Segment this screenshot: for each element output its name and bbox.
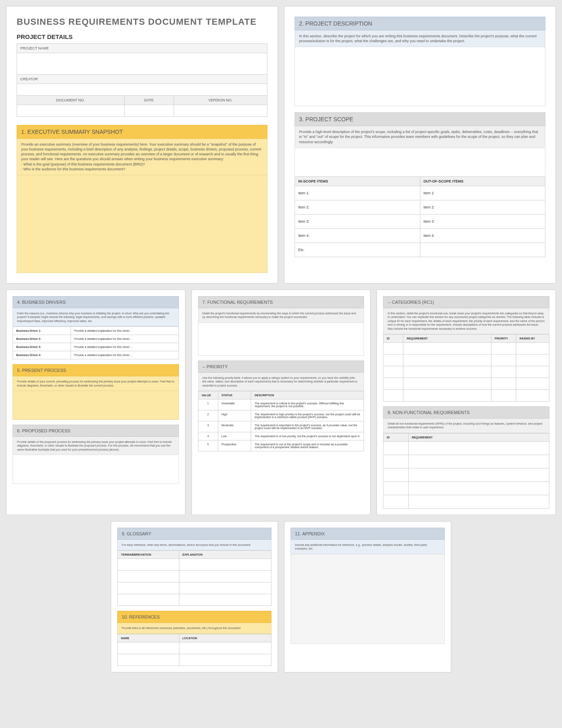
- input-version[interactable]: [174, 105, 267, 117]
- page-5: -- CATEGORIES (RC1) In this section, det…: [377, 290, 556, 515]
- col-version: VERSION NO.: [174, 96, 267, 105]
- page-7: 11. APPENDIX Include any additional info…: [284, 521, 451, 672]
- doc-meta-table: DOCUMENT NO.DATEVERSION NO.: [17, 95, 267, 117]
- pr-v-3: 3: [198, 421, 218, 432]
- pr-v-5: 5: [198, 440, 218, 451]
- scope-in-etc[interactable]: Etc.: [295, 243, 420, 257]
- section-7-input[interactable]: [198, 323, 364, 356]
- input-date[interactable]: [124, 105, 174, 117]
- gl-col-exp: EXPLANATION: [179, 551, 271, 559]
- section-3-body: Provide a high-level description of the …: [295, 126, 545, 148]
- cat-col-pri: PRIORITY: [491, 335, 516, 343]
- section-6-header: 6. PROPOSED PROCESS: [13, 425, 179, 437]
- section-5-header: 5. PRESENT PROCESS: [13, 364, 179, 376]
- doc-title: BUSINESS REQUIREMENTS DOCUMENT TEMPLATE: [17, 17, 267, 27]
- pr-s-5: Prospective: [218, 440, 251, 451]
- driver-1-exp[interactable]: Provide a detailed explanation for this …: [71, 327, 179, 335]
- cat-col-req: REQUIREMENT: [403, 335, 491, 343]
- section-10-header: 10. REFERENCES: [117, 611, 271, 623]
- col-desc: DESCRIPTION: [251, 391, 364, 399]
- glossary-table: TERM/ABBREVIATIONEXPLANATION: [117, 550, 271, 606]
- scope-out-1[interactable]: Item 1:: [420, 186, 545, 200]
- cat-cell[interactable]: [383, 343, 403, 354]
- col-in-scope: IN-SCOPE ITEMS: [295, 176, 420, 186]
- section-11-input[interactable]: [291, 554, 445, 644]
- ref-col-loc: LOCATION: [179, 634, 271, 642]
- nfr-table: IDREQUIREMENT: [383, 433, 549, 509]
- scope-in-2[interactable]: Item 2:: [295, 200, 420, 214]
- section-5-input[interactable]: [13, 391, 179, 420]
- pr-d-4: The requirement is of low priority, but …: [251, 432, 364, 440]
- page-4: 7. FUNCTIONAL REQUIREMENTS Detail the pr…: [192, 290, 371, 515]
- section-1-body: Provide an executive summary (overview o…: [17, 139, 267, 175]
- scope-in-1[interactable]: Item 1:: [295, 186, 420, 200]
- section-2-body: In this section, describe the project fo…: [295, 30, 545, 47]
- input-docno[interactable]: [17, 105, 125, 117]
- page-2: 2. PROJECT DESCRIPTION In this section, …: [284, 6, 556, 283]
- priority-body: Use the following priority table. It all…: [198, 373, 364, 391]
- scope-table: IN-SCOPE ITEMSOUT-OF-SCOPE ITEMS Item 1:…: [295, 176, 545, 257]
- col-date: DATE: [124, 96, 174, 105]
- pr-s-1: Immediate: [218, 399, 251, 410]
- driver-4-label: Business Driver 4:: [13, 351, 71, 359]
- gl-col-term: TERM/ABBREVIATION: [118, 551, 179, 559]
- section-5-body: Provide details of your current, prevail…: [13, 376, 179, 391]
- col-docno: DOCUMENT NO.: [17, 96, 125, 105]
- page-1: BUSINESS REQUIREMENTS DOCUMENT TEMPLATE …: [6, 6, 278, 283]
- label-creator: CREATOR: [17, 75, 267, 84]
- categories-table: IDREQUIREMENTPRIORITYRAISED BY: [383, 334, 549, 402]
- scope-out-2[interactable]: Item 2:: [420, 200, 545, 214]
- driver-3-exp[interactable]: Provide a detailed explanation for this …: [71, 343, 179, 351]
- categories-header: -- CATEGORIES (RC1): [383, 296, 549, 308]
- project-details-table: PROJECT NAME CREATOR: [17, 43, 267, 96]
- page-6: 9. GLOSSARY For easy reference, enter an…: [111, 521, 278, 672]
- pr-d-3: The requirement is important to the proj…: [251, 421, 364, 432]
- pr-v-2: 2: [198, 410, 218, 421]
- section-11-header: 11. APPENDIX: [291, 528, 445, 540]
- section-9-body: For easy reference, enter any terms, abb…: [117, 540, 271, 550]
- pr-s-3: Moderate: [218, 421, 251, 432]
- scope-out-3[interactable]: Item 3:: [420, 214, 545, 228]
- section-6-body: Provide details of the proposed process …: [13, 437, 179, 455]
- driver-2-exp[interactable]: Provide a detailed explanation for this …: [71, 335, 179, 343]
- section-7-body: Detail the project's functional requirem…: [198, 308, 364, 323]
- driver-1-label: Business Driver 1:: [13, 327, 71, 335]
- page-3: 4. BUSINESS DRIVERS Enter the reasons (i…: [6, 290, 185, 515]
- section-7-header: 7. FUNCTIONAL REQUIREMENTS: [198, 296, 364, 308]
- section-8-header: 8. NON-FUNCTIONAL REQUIREMENTS: [383, 406, 549, 419]
- col-status: STATUS: [218, 391, 251, 399]
- scope-out-4[interactable]: Item 4:: [420, 228, 545, 243]
- pr-d-5: The requirement is out of the project's …: [251, 440, 364, 451]
- scope-in-4[interactable]: Item 4:: [295, 228, 420, 243]
- section-6-input[interactable]: [13, 455, 179, 484]
- section-9-header: 9. GLOSSARY: [117, 528, 271, 540]
- pr-s-2: High: [218, 410, 251, 421]
- references-table: NAMELOCATION: [117, 634, 271, 666]
- cat-col-by: RAISED BY: [516, 335, 549, 343]
- input-creator[interactable]: [17, 84, 267, 96]
- categories-body: In this section, detail the project's fu…: [383, 308, 549, 334]
- section-8-body: Detail all non-functional requirements (…: [383, 419, 549, 433]
- driver-2-label: Business Driver 2:: [13, 335, 71, 343]
- section-2-input[interactable]: [295, 47, 545, 106]
- ref-col-name: NAME: [118, 634, 179, 642]
- scope-out-etc[interactable]: [420, 243, 545, 257]
- pr-d-2: The requirement is high priority re the …: [251, 410, 364, 421]
- pr-v-1: 1: [198, 399, 218, 410]
- label-project-name: PROJECT NAME: [17, 44, 267, 53]
- driver-4-exp[interactable]: Provide a detailed explanation for this …: [71, 351, 179, 359]
- section-2-header: 2. PROJECT DESCRIPTION: [295, 17, 545, 30]
- priority-header: -- PRIORITY: [198, 361, 364, 373]
- section-3-input[interactable]: [295, 148, 545, 177]
- section-4-header: 4. BUSINESS DRIVERS: [13, 296, 179, 308]
- section-1-input[interactable]: [17, 175, 267, 273]
- nfr-col-req: REQUIREMENT: [408, 433, 549, 441]
- nfr-col-id: ID: [383, 433, 408, 441]
- cat-col-id: ID: [383, 335, 403, 343]
- scope-in-3[interactable]: Item 3:: [295, 214, 420, 228]
- section-10-body: Provide links to all referenced resource…: [117, 623, 271, 634]
- input-project-name[interactable]: [17, 53, 267, 75]
- pr-v-4: 4: [198, 432, 218, 440]
- pr-d-1: The requirement is critical to the proje…: [251, 399, 364, 410]
- section-1-header: 1. EXECUTIVE SUMMARY SNAPSHOT: [17, 125, 267, 139]
